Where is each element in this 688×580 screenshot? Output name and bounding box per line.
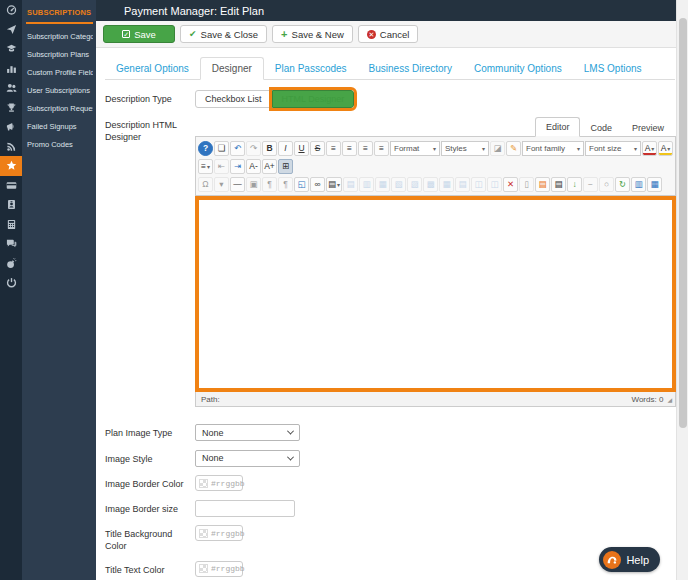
save-button[interactable]: ✓Save — [103, 25, 175, 43]
save-icon[interactable]: ▦ — [647, 177, 662, 192]
sidebar-item-tools[interactable] — [0, 254, 22, 274]
font-family-select[interactable]: Font family — [522, 141, 584, 156]
editor-mode-editor[interactable]: Editor — [535, 117, 581, 137]
table-insert-column-left-icon[interactable]: ▩ — [423, 177, 438, 192]
tab-plan-passcodes[interactable]: Plan Passcodes — [264, 58, 358, 79]
sidebar-item-subscriptions[interactable] — [0, 156, 22, 176]
sidebar-item-custom-profile-fields[interactable]: Custom Profile Fields — [26, 63, 93, 81]
help-button[interactable]: Help — [599, 547, 660, 572]
sidebar-item-promo-codes[interactable]: Promo Codes — [26, 135, 93, 153]
sidebar-item-billing[interactable] — [0, 176, 22, 196]
save-close-button[interactable]: ✔Save & Close — [180, 25, 267, 43]
symbols-icon[interactable]: Ω — [198, 177, 213, 192]
sidebar-item-training[interactable] — [0, 39, 22, 59]
image-border-size-input[interactable] — [195, 500, 295, 517]
tab-community-options[interactable]: Community Options — [463, 58, 573, 79]
fullscreen-icon[interactable]: ◱ — [294, 177, 309, 192]
table-insert-column-right-icon[interactable]: ▦ — [439, 177, 454, 192]
delete-table-icon[interactable]: ✕ — [503, 177, 518, 192]
sidebar-item-users[interactable] — [0, 195, 22, 215]
table-icon[interactable]: ⊞ — [278, 159, 293, 174]
tab-general-options[interactable]: General Options — [105, 58, 200, 79]
indent-icon[interactable]: ⇥ — [230, 159, 245, 174]
sidebar-item-members[interactable] — [0, 78, 22, 98]
format-painter-icon[interactable]: ✎ — [506, 141, 521, 156]
align-left-icon[interactable]: ≡ — [326, 141, 341, 156]
paste-icon[interactable]: ▯ — [519, 177, 534, 192]
cancel-button[interactable]: ✕Cancel — [358, 25, 419, 43]
image-style-select[interactable]: None — [195, 450, 300, 467]
ltr-paragraph-icon[interactable]: ¶ — [262, 177, 277, 192]
editor-mode-preview[interactable]: Preview — [622, 119, 674, 137]
text-color-icon[interactable]: A — [642, 141, 657, 156]
sidebar-item-dashboard[interactable] — [0, 0, 22, 20]
table-delete-row-icon[interactable]: ▨ — [407, 177, 422, 192]
new-document-icon[interactable]: ❏ — [214, 141, 229, 156]
clear-formatting-icon[interactable]: ◪ — [490, 141, 505, 156]
sidebar-item-failed-signups[interactable]: Failed Signups — [26, 117, 93, 135]
sidebar-item-subscription-requests[interactable]: Subscription Requests — [26, 99, 93, 117]
find-replace-icon[interactable]: ∞ — [310, 177, 325, 192]
font-size-select[interactable]: Font size — [585, 141, 641, 156]
increase-font-icon[interactable]: A+ — [262, 159, 277, 174]
strikethrough-icon[interactable]: S — [310, 141, 325, 156]
table-row-properties-icon[interactable]: ▤ — [343, 177, 358, 192]
align-center-icon[interactable]: ≡ — [342, 141, 357, 156]
tab-designer[interactable]: Designer — [200, 57, 264, 80]
bold-icon[interactable]: B — [262, 141, 277, 156]
sidebar-item-launch[interactable] — [0, 20, 22, 40]
sidebar-item-subscription-categories[interactable]: Subscription Categories — [26, 27, 93, 45]
sidebar-item-community[interactable] — [0, 234, 22, 254]
align-right-icon[interactable]: ≡ — [358, 141, 373, 156]
disc-icon[interactable]: ○ — [599, 177, 614, 192]
preview-page-icon[interactable]: ▤ — [551, 177, 566, 192]
template-icon[interactable]: ▤ — [535, 177, 550, 192]
format-select[interactable]: Format — [390, 141, 440, 156]
remove-icon[interactable]: − — [583, 177, 598, 192]
save-new-button[interactable]: +Save & New — [272, 25, 353, 43]
highlight-color-icon[interactable]: A — [658, 141, 673, 156]
italic-icon[interactable]: I — [278, 141, 293, 156]
title-text-color-input[interactable]: #rrggbb — [195, 561, 243, 577]
horizontal-rule-icon[interactable]: — — [230, 177, 245, 192]
source-element-icon[interactable]: ▤ — [326, 177, 342, 192]
plan-image-type-select[interactable]: None — [195, 424, 300, 441]
scrollbar-thumb[interactable] — [679, 18, 687, 428]
bullet-list-icon[interactable]: ≡ — [198, 159, 213, 174]
sidebar-item-broadcast[interactable] — [0, 137, 22, 157]
sidebar-item-user-subscriptions[interactable]: User Subscriptions — [26, 81, 93, 99]
align-justify-icon[interactable]: ≡ — [374, 141, 389, 156]
styles-select[interactable]: Styles — [441, 141, 489, 156]
table-insert-row-above-icon[interactable]: ▦ — [375, 177, 390, 192]
table-delete-column-icon[interactable]: ▤ — [455, 177, 470, 192]
underline-icon[interactable]: U — [294, 141, 309, 156]
sidebar-item-logout[interactable] — [0, 273, 22, 293]
resize-grip-icon[interactable]: ◢ — [667, 396, 672, 403]
import-icon[interactable]: ↓ — [567, 177, 582, 192]
table-insert-row-below-icon[interactable]: ▧ — [391, 177, 406, 192]
checkbox-list-button[interactable]: Checkbox List — [195, 90, 272, 108]
html-designer-button[interactable]: HTML Designer — [272, 90, 355, 108]
redo-icon[interactable]: ↷ — [246, 141, 261, 156]
validate-icon[interactable]: ↻ — [615, 177, 630, 192]
help-icon[interactable]: ? — [198, 141, 213, 156]
undo-icon[interactable]: ↶ — [230, 141, 245, 156]
sidebar-item-subscription-plans[interactable]: Subscription Plans — [26, 45, 93, 63]
rtl-paragraph-icon[interactable]: ¶ — [278, 177, 293, 192]
sidebar-item-announcements[interactable] — [0, 117, 22, 137]
editor-canvas[interactable] — [195, 196, 676, 392]
decrease-font-icon[interactable]: A- — [246, 159, 261, 174]
table-cell-properties-icon[interactable]: ▥ — [359, 177, 374, 192]
sidebar-item-accounting[interactable] — [0, 215, 22, 235]
editor-mode-code[interactable]: Code — [580, 119, 622, 137]
tab-lms-options[interactable]: LMS Options — [573, 58, 653, 79]
image-border-color-input[interactable]: #rrggbb — [195, 475, 243, 491]
sidebar-item-leads[interactable] — [0, 98, 22, 118]
image-icon[interactable]: ▣ — [246, 177, 261, 192]
title-background-color-input[interactable]: #rrggbb — [195, 525, 243, 541]
table-split-cells-icon[interactable]: ◫ — [487, 177, 502, 192]
sidebar-item-statistics[interactable] — [0, 59, 22, 79]
outdent-icon[interactable]: ⇤ — [214, 159, 229, 174]
tab-business-directory[interactable]: Business Directory — [358, 58, 463, 79]
code-sample-icon[interactable]: ▥ — [631, 177, 646, 192]
